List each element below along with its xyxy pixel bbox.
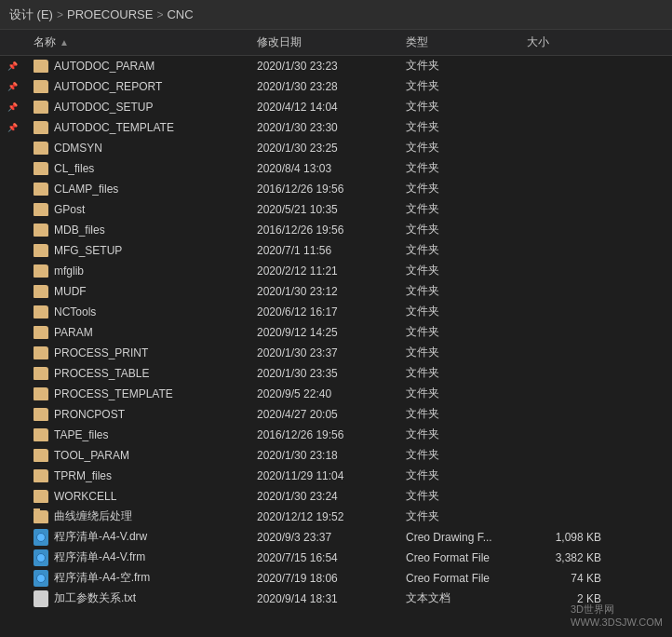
folder-row[interactable]: WORKCELL2020/1/30 23:24文件夹 — [0, 486, 672, 507]
folder-row[interactable]: CDMSYN2020/1/30 23:25文件夹 — [0, 138, 672, 158]
file-date: 2020/7/19 18:06 — [257, 572, 406, 585]
folder-name-text: CLAMP_files — [54, 183, 118, 196]
folder-name: PROCESS_TEMPLATE — [34, 387, 257, 400]
folder-date: 2020/1/30 23:37 — [257, 346, 406, 359]
folder-row[interactable]: PROCESS_TEMPLATE2020/9/5 22:40文件夹 — [0, 384, 672, 404]
folder-row[interactable]: PROCESS_TABLE2020/1/30 23:35文件夹 — [0, 363, 672, 384]
folder-name-text: AUTODOC_PARAM — [54, 60, 155, 73]
folder-name-text: PRONCPOST — [54, 408, 125, 421]
folder-name: PRONCPOST — [34, 408, 257, 421]
folder-date: 2020/2/12 11:21 — [257, 264, 406, 278]
folder-type: 文件夹 — [406, 324, 527, 340]
breadcrumb-part-2[interactable]: PROECOURSE — [67, 7, 153, 21]
file-date: 2020/9/3 23:37 — [257, 531, 406, 544]
folder-row[interactable]: MUDF2020/1/30 23:12文件夹 — [0, 281, 672, 302]
breadcrumb-part-1[interactable]: 设计 (E) — [9, 7, 53, 23]
folder-date: 2020/1/30 23:28 — [257, 80, 406, 93]
folder-name-text: PROCESS_PRINT — [54, 346, 148, 359]
folder-row[interactable]: 📌AUTODOC_SETUP2020/4/12 14:04文件夹 — [0, 97, 672, 117]
folder-icon — [34, 264, 48, 278]
creo-file-icon — [34, 570, 48, 587]
folder-row[interactable]: MDB_files2016/12/26 19:56文件夹 — [0, 220, 672, 240]
folder-type: 文件夹 — [406, 406, 527, 422]
folder-type: 文件夹 — [406, 488, 527, 504]
col-header-name[interactable]: 名称 ▲ — [34, 34, 257, 50]
creo-file-icon — [34, 529, 48, 546]
file-date: 2020/9/14 18:31 — [257, 592, 406, 605]
folder-date: 2020/1/30 23:24 — [257, 490, 406, 503]
folder-icon — [34, 203, 48, 216]
col-header-type[interactable]: 类型 — [406, 34, 527, 50]
folder-icon — [34, 428, 48, 441]
folder-name: 曲线缠绕后处理 — [34, 508, 257, 524]
breadcrumb-sep-2: > — [156, 8, 163, 21]
folder-icon — [34, 469, 48, 482]
folder-name: PROCESS_PRINT — [34, 346, 257, 359]
creo-file-icon — [34, 549, 48, 566]
folder-icon — [34, 60, 48, 73]
breadcrumb-sep-1: > — [57, 8, 63, 21]
folder-row[interactable]: PARAM2020/9/12 14:25文件夹 — [0, 322, 672, 343]
folder-type: 文件夹 — [406, 99, 527, 115]
folder-name-text: AUTODOC_SETUP — [54, 101, 153, 114]
file-list: 📌AUTODOC_PARAM2020/1/30 23:23文件夹📌AUTODOC… — [0, 56, 672, 637]
folder-row[interactable]: CLAMP_files2016/12/26 19:56文件夹 — [0, 179, 672, 199]
folder-row[interactable]: PRONCPOST2020/4/27 20:05文件夹 — [0, 404, 672, 425]
folder-row[interactable]: 📌AUTODOC_TEMPLATE2020/1/30 23:30文件夹 — [0, 117, 672, 138]
folder-name-text: NCTools — [54, 305, 96, 318]
file-name-text: 加工参数关系.txt — [54, 590, 136, 606]
folder-row[interactable]: 曲线缠绕后处理2020/12/12 19:52文件夹 — [0, 507, 672, 527]
folder-type: 文件夹 — [406, 181, 527, 197]
folder-name-text: TPRM_files — [54, 469, 112, 482]
file-row[interactable]: 程序清单-A4-空.frm2020/7/19 18:06Creo Format … — [0, 568, 672, 589]
folder-icon — [34, 449, 48, 462]
folder-icon — [34, 367, 48, 380]
folder-row[interactable]: CL_files2020/8/4 13:03文件夹 — [0, 158, 672, 179]
folder-icon — [34, 305, 48, 318]
file-type: Creo Drawing F... — [406, 531, 527, 544]
folder-date: 2020/6/12 16:17 — [257, 305, 406, 318]
folder-name: TPRM_files — [34, 469, 257, 482]
folder-row[interactable]: TOOL_PARAM2020/1/30 23:18文件夹 — [0, 445, 672, 466]
folder-icon — [34, 510, 48, 523]
folder-name-text: PARAM — [54, 326, 93, 339]
file-row[interactable]: 程序清单-A4-V.drw2020/9/3 23:37Creo Drawing … — [0, 527, 672, 548]
folder-row[interactable]: TPRM_files2020/11/29 11:04文件夹 — [0, 466, 672, 486]
file-row[interactable]: 程序清单-A4-V.frm2020/7/15 16:54Creo Format … — [0, 548, 672, 568]
col-header-date[interactable]: 修改日期 — [257, 34, 406, 50]
folder-icon — [34, 346, 48, 359]
folder-row[interactable]: mfglib2020/2/12 11:21文件夹 — [0, 261, 672, 281]
folder-name: GPost — [34, 203, 257, 216]
folder-icon — [34, 142, 48, 155]
folder-row[interactable]: MFG_SETUP2020/7/1 11:56文件夹 — [0, 240, 672, 261]
folder-type: 文件夹 — [406, 222, 527, 237]
breadcrumb-part-3[interactable]: CNC — [167, 7, 193, 21]
row-left-icons: 📌 — [7, 61, 34, 71]
folder-name: AUTODOC_TEMPLATE — [34, 121, 257, 134]
folder-name: TOOL_PARAM — [34, 449, 257, 462]
txt-file-icon — [34, 590, 48, 607]
folder-name-text: MUDF — [54, 285, 87, 298]
folder-type: 文件夹 — [406, 58, 527, 74]
folder-date: 2016/12/26 19:56 — [257, 224, 406, 237]
folder-name-text: MFG_SETUP — [54, 244, 122, 257]
folder-row[interactable]: NCTools2020/6/12 16:17文件夹 — [0, 302, 672, 322]
folder-row[interactable]: TAPE_files2016/12/26 19:56文件夹 — [0, 425, 672, 445]
col-header-size[interactable]: 大小 — [527, 34, 601, 50]
folder-row[interactable]: 📌AUTODOC_REPORT2020/1/30 23:28文件夹 — [0, 76, 672, 97]
folder-icon — [34, 387, 48, 400]
folder-row[interactable]: 📌AUTODOC_PARAM2020/1/30 23:23文件夹 — [0, 56, 672, 76]
file-row[interactable]: 加工参数关系.txt2020/9/14 18:31文本文档2 KB — [0, 589, 672, 609]
folder-icon — [34, 121, 48, 134]
folder-name: PARAM — [34, 326, 257, 339]
folder-row[interactable]: PROCESS_PRINT2020/1/30 23:37文件夹 — [0, 343, 672, 363]
folder-icon — [34, 183, 48, 196]
folder-icon — [34, 162, 48, 175]
folder-row[interactable]: GPost2020/5/21 10:35文件夹 — [0, 199, 672, 220]
folder-type: 文件夹 — [406, 468, 527, 483]
folder-icon — [34, 244, 48, 257]
folder-date: 2020/1/30 23:23 — [257, 60, 406, 73]
folder-name-text: CDMSYN — [54, 142, 102, 155]
pin-icon: 📌 — [7, 102, 18, 112]
folder-name-text: GPost — [54, 203, 85, 216]
